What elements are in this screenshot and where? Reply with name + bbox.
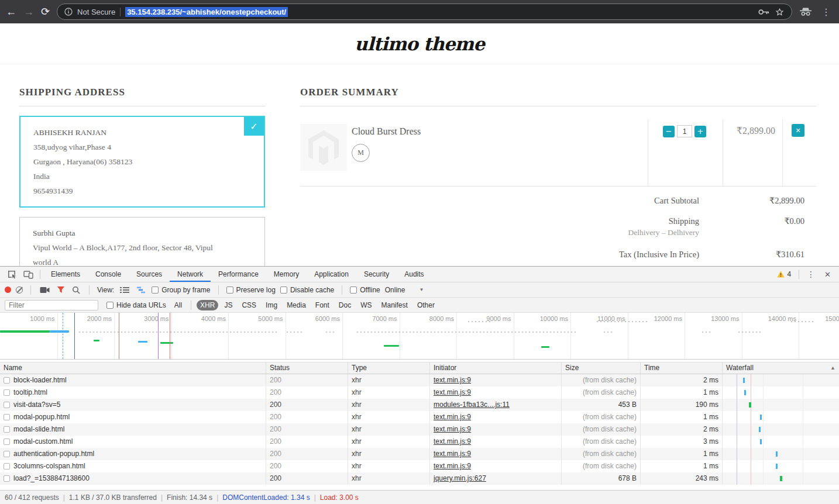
initiator-link[interactable]: text.min.js:9 xyxy=(434,436,558,448)
initiator-link[interactable]: jquery.min.js:627 xyxy=(434,472,558,485)
filter-type-ws[interactable]: WS xyxy=(357,300,375,310)
tab-network[interactable]: Network xyxy=(170,267,211,282)
console-warning-badge[interactable]: 4 xyxy=(775,270,793,278)
divider xyxy=(40,270,40,279)
inspect-element-icon[interactable] xyxy=(4,270,20,279)
group-by-frame-checkbox[interactable] xyxy=(152,286,159,294)
filter-type-manifest[interactable]: Manifest xyxy=(378,300,411,310)
table-row[interactable]: authentication-popup.html200xhrtext.min.… xyxy=(0,448,839,460)
offline-checkbox[interactable] xyxy=(350,286,357,294)
status-cell: 200 xyxy=(266,423,348,436)
network-overview[interactable]: 1000 ms2000 ms3000 ms4000 ms5000 ms6000 … xyxy=(0,313,839,360)
filter-type-font[interactable]: Font xyxy=(312,300,333,310)
tab-console[interactable]: Console xyxy=(88,267,129,282)
list-view-icon[interactable] xyxy=(119,286,130,294)
initiator-link[interactable]: text.min.js:9 xyxy=(434,423,558,436)
initiator-link[interactable]: text.min.js:9 xyxy=(434,411,558,423)
column-header-name[interactable]: Name xyxy=(0,363,266,374)
column-header-time[interactable]: Time xyxy=(641,363,723,374)
tab-security[interactable]: Security xyxy=(356,267,397,282)
filter-type-media[interactable]: Media xyxy=(283,300,310,310)
chevron-down-icon[interactable]: ▼ xyxy=(419,287,424,292)
file-icon xyxy=(4,377,10,384)
divider: | xyxy=(216,493,218,502)
security-label: Not Secure xyxy=(77,8,115,16)
table-row[interactable]: 3columns-colspan.html200xhrtext.min.js:9… xyxy=(0,460,839,472)
tab-application[interactable]: Application xyxy=(307,267,356,282)
sort-arrow-icon[interactable]: ▲ xyxy=(830,363,835,374)
request-dots xyxy=(326,332,336,333)
site-logo[interactable]: ultimo theme xyxy=(355,33,484,54)
waterfall-gridline xyxy=(763,436,764,448)
filter-type-xhr[interactable]: XHR xyxy=(197,300,218,310)
filter-type-doc[interactable]: Doc xyxy=(335,300,355,310)
filter-type-all[interactable]: All xyxy=(171,300,185,310)
table-row[interactable]: load?_=1538847138600200xhrjquery.min.js:… xyxy=(0,472,839,485)
table-row[interactable]: modal-slide.html200xhrtext.min.js:9(from… xyxy=(0,423,839,436)
reload-button[interactable]: ⟳ xyxy=(41,6,50,17)
waterfall-cell xyxy=(723,399,839,411)
column-header-status[interactable]: Status xyxy=(266,363,348,374)
initiator-link[interactable]: text.min.js:9 xyxy=(434,386,558,399)
tab-performance[interactable]: Performance xyxy=(211,267,266,282)
address-card[interactable]: Surbhi Gupta Vipul World – A Block,A177,… xyxy=(19,217,265,266)
preserve-log-checkbox[interactable] xyxy=(226,286,233,294)
filter-type-other[interactable]: Other xyxy=(414,300,438,310)
filter-type-css[interactable]: CSS xyxy=(238,300,260,310)
initiator-link[interactable]: modules-1fba13c....js:11 xyxy=(434,399,558,411)
disable-cache-checkbox[interactable] xyxy=(280,286,287,294)
timeline-tick-label: 4000 ms xyxy=(201,315,226,322)
filter-type-img[interactable]: Img xyxy=(262,300,281,310)
devtools-close-icon[interactable]: ✕ xyxy=(820,270,835,279)
qty-decrease-button[interactable]: − xyxy=(663,126,675,137)
table-row[interactable]: modal-custom.html200xhrtext.min.js:9(fro… xyxy=(0,436,839,448)
tab-audits[interactable]: Audits xyxy=(397,267,431,282)
table-row[interactable]: modal-popup.html200xhrtext.min.js:9(from… xyxy=(0,411,839,423)
search-icon[interactable] xyxy=(71,286,81,294)
filter-funnel-icon[interactable] xyxy=(56,286,66,294)
filter-input[interactable] xyxy=(5,300,98,310)
bookmark-star-icon[interactable] xyxy=(775,7,785,17)
url-text[interactable]: 35.154.238.235/~abhishek/onestepcheckout… xyxy=(125,7,288,17)
remove-item-button[interactable]: ✕ xyxy=(792,124,804,137)
selected-check-icon: ✓ xyxy=(244,117,264,136)
product-name[interactable]: Cloud Burst Dress xyxy=(352,126,421,137)
initiator-link[interactable]: text.min.js:9 xyxy=(434,460,558,472)
hide-data-urls-checkbox[interactable] xyxy=(106,302,114,309)
table-row[interactable]: block-loader.html200xhrtext.min.js:9(fro… xyxy=(0,374,839,386)
browser-menu-icon[interactable]: ⋮ xyxy=(819,6,833,18)
initiator-link[interactable]: text.min.js:9 xyxy=(434,374,558,386)
address-bar[interactable]: Not Secure 35.154.238.235/~abhishek/ones… xyxy=(57,4,792,20)
column-header-type[interactable]: Type xyxy=(348,363,430,374)
key-icon[interactable] xyxy=(758,9,770,15)
group-by-frame-label: Group by frame xyxy=(161,286,210,294)
clear-button[interactable] xyxy=(16,286,23,294)
table-row[interactable]: visit-data?sv=5200xhrmodules-1fba13c....… xyxy=(0,399,839,411)
filter-type-js[interactable]: JS xyxy=(221,300,236,310)
tab-sources[interactable]: Sources xyxy=(129,267,170,282)
screenshot-capture-icon[interactable] xyxy=(39,286,51,294)
table-row[interactable]: tooltip.html200xhrtext.min.js:9(from dis… xyxy=(0,386,839,399)
time-cell: 1 ms xyxy=(641,411,723,423)
disable-cache-label: Disable cache xyxy=(290,286,334,294)
waterfall-view-icon[interactable] xyxy=(135,286,147,294)
back-button[interactable]: ← xyxy=(6,6,16,17)
qty-increase-button[interactable]: + xyxy=(694,126,706,137)
column-header-size[interactable]: Size xyxy=(562,363,641,374)
column-header-waterfall[interactable]: Waterfall ▲ xyxy=(723,363,839,374)
address-card-selected[interactable]: ✓ ABHISEKH RANJAN 358,udyog vihar,Phase … xyxy=(19,116,265,208)
record-button[interactable] xyxy=(5,286,11,293)
total-label: Tax (Inclusive In Price) xyxy=(300,250,699,260)
order-summary-section: ORDER SUMMARY Cloud Burst Dress M − + ₹2… xyxy=(300,87,816,264)
column-header-initiator[interactable]: Initiator xyxy=(430,363,562,374)
time-cell: 1 ms xyxy=(641,386,723,399)
tab-elements[interactable]: Elements xyxy=(43,267,88,282)
throttling-dropdown[interactable]: Online xyxy=(385,286,405,294)
initiator-link[interactable]: text.min.js:9 xyxy=(434,448,558,460)
info-icon[interactable] xyxy=(64,8,73,16)
forward-button[interactable]: → xyxy=(23,6,34,17)
qty-input[interactable] xyxy=(677,125,692,137)
device-toolbar-icon[interactable] xyxy=(20,270,37,279)
devtools-menu-icon[interactable]: ⋮ xyxy=(804,270,817,279)
tab-memory[interactable]: Memory xyxy=(266,267,307,282)
